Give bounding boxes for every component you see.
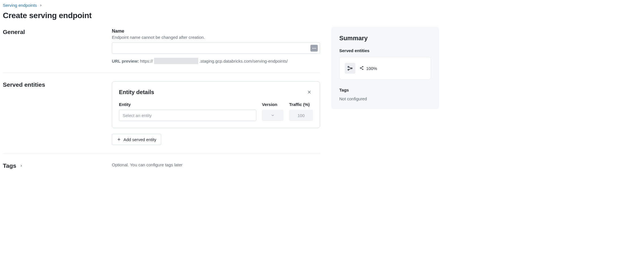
- model-icon: [345, 63, 355, 74]
- entity-details-title: Entity details: [119, 89, 154, 95]
- breadcrumb-parent-link[interactable]: Serving endpoints: [3, 3, 37, 8]
- chevron-right-icon: [39, 4, 42, 7]
- breadcrumb: Serving endpoints: [3, 3, 320, 8]
- url-preview-mask: [154, 58, 198, 64]
- section-served-entities: Served entities Entity details Entity Se…: [3, 73, 320, 154]
- url-preview-suffix: .staging.gcp.databricks.com/serving-endp…: [199, 59, 288, 63]
- summary-traffic-value: 100%: [366, 66, 377, 71]
- chevron-down-icon: [271, 113, 275, 117]
- chevron-right-icon: [20, 164, 23, 167]
- summary-title: Summary: [339, 35, 431, 42]
- traffic-input[interactable]: [289, 110, 313, 121]
- close-icon[interactable]: [306, 88, 313, 96]
- svg-line-13: [361, 68, 362, 69]
- traffic-column-header: Traffic (%): [289, 102, 313, 107]
- svg-line-7: [349, 67, 351, 68]
- summary-entity-row: 100%: [339, 57, 431, 80]
- svg-line-8: [349, 69, 351, 69]
- add-served-entity-label: Add served entity: [123, 137, 156, 142]
- input-suggestion-icon[interactable]: [310, 45, 318, 52]
- summary-tags-status: Not configured: [339, 96, 431, 101]
- summary-card: Summary Served entities: [331, 27, 439, 109]
- version-select[interactable]: [262, 110, 283, 121]
- name-field-label: Name: [112, 29, 320, 34]
- version-column-header: Version: [262, 102, 283, 107]
- plus-icon: [117, 137, 121, 142]
- section-label-general: General: [3, 29, 112, 35]
- svg-point-10: [360, 67, 361, 68]
- section-label-served-entities: Served entities: [3, 81, 112, 88]
- summary-tags-label: Tags: [339, 88, 431, 92]
- entity-column-header: Entity: [119, 102, 256, 107]
- svg-point-9: [362, 66, 363, 67]
- url-preview: URL preview: https://.staging.gcp.databr…: [112, 58, 320, 64]
- url-preview-label: URL preview:: [112, 59, 139, 63]
- entity-select[interactable]: Select an entity: [119, 110, 256, 121]
- svg-point-5: [348, 69, 349, 70]
- tags-help-text: Optional. You can configure tags later: [112, 162, 320, 167]
- svg-line-12: [361, 67, 362, 68]
- section-label-tags[interactable]: Tags: [3, 162, 112, 169]
- section-general: General Name Endpoint name cannot be cha…: [3, 29, 320, 73]
- share-icon: [359, 66, 364, 71]
- name-field-help: Endpoint name cannot be changed after cr…: [112, 35, 320, 40]
- svg-point-6: [351, 68, 352, 69]
- url-preview-prefix: https://: [140, 59, 153, 63]
- summary-served-entities-label: Served entities: [339, 48, 431, 53]
- add-served-entity-button[interactable]: Add served entity: [112, 134, 161, 145]
- svg-point-4: [348, 66, 349, 67]
- page-title: Create serving endpoint: [3, 11, 320, 20]
- tags-label-text: Tags: [3, 162, 16, 169]
- svg-point-11: [362, 69, 363, 70]
- entity-details-card: Entity details Entity Select an entity V…: [112, 81, 320, 128]
- section-tags: Tags Optional. You can configure tags la…: [3, 154, 320, 178]
- name-input[interactable]: [112, 43, 320, 54]
